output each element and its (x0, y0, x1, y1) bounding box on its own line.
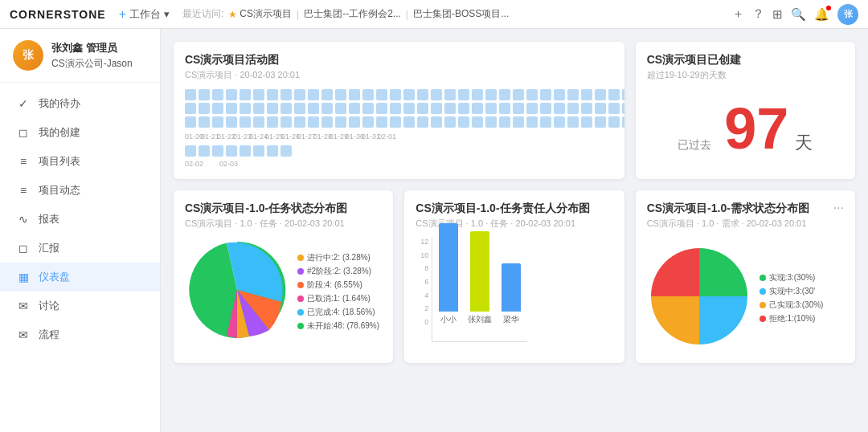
avatar[interactable]: 张 (837, 4, 858, 25)
heatmap-cell (240, 145, 251, 157)
heatmap-cell (595, 116, 606, 128)
sidebar-item-report[interactable]: ∿ 报表 (0, 205, 160, 234)
heatmap-cell (267, 145, 278, 157)
bar-lianghua (502, 263, 521, 312)
heatmap-cell (240, 89, 251, 100)
bar-xiaoxi (439, 223, 458, 312)
heatmap-cell (458, 116, 469, 128)
heatmap-cell (240, 103, 251, 114)
sidebar-item-project-activity[interactable]: ≡ 项目动态 (0, 176, 160, 205)
heatmap-cell (212, 145, 223, 157)
heatmap-cell (185, 145, 196, 157)
list-icon: ≡ (16, 155, 31, 168)
requirement-legend: 实现:3:(30%) 实现中:3:(30' 己实现:3:(30%) 拒绝:1:(… (760, 272, 824, 324)
heatmap-cell (212, 89, 223, 100)
heatmap-cell (444, 116, 456, 128)
heatmap-cell (321, 116, 333, 128)
heatmap-cell (376, 116, 387, 128)
bar-zhanglx (470, 231, 489, 312)
task-status-title: CS演示项目-1.0-任务状态分布图 (185, 202, 382, 216)
legend-item: 已完成:4: (18.56%) (297, 307, 379, 318)
heatmap-cell (567, 89, 579, 100)
recent-label: 最近访问: (182, 7, 223, 21)
heatmap-cell (499, 103, 510, 114)
sidebar-label-project-list: 项目列表 (39, 154, 80, 169)
bar-group-zhanglx: 张刘鑫 (468, 231, 492, 325)
heatmap-cell (267, 103, 278, 114)
heatmap-cell (362, 116, 374, 128)
heatmap-cell (622, 89, 624, 100)
activity-card-subtitle: CS演示项目 · 20-02-03 20:01 (185, 69, 613, 81)
heatmap-cell (472, 103, 483, 114)
sidebar-label-created: 我的创建 (39, 125, 80, 140)
heatmap-cell (185, 103, 196, 114)
bar-label-xiaoxi: 小小 (440, 314, 457, 325)
heatmap-cell (581, 89, 592, 100)
heatmap-cell (226, 145, 237, 157)
heatmap-cell (226, 89, 237, 100)
heatmap-cell (280, 116, 292, 128)
more-button[interactable]: ··· (833, 202, 844, 214)
heatmap-cell (485, 89, 497, 100)
heatmap-row-1 (185, 89, 613, 100)
recent-item-3-text: 巴士集团-BOSS项目... (413, 7, 509, 21)
heatmap-cell (280, 103, 292, 114)
add-icon[interactable]: ＋ (732, 6, 744, 22)
heatmap-cell (513, 116, 524, 128)
heatmap-cell (526, 116, 538, 128)
heatmap-cell (526, 89, 538, 100)
heatmap-cell (362, 103, 374, 114)
sidebar-item-created[interactable]: ◻ 我的创建 (0, 118, 160, 147)
legend-dot (297, 309, 304, 316)
heatmap-cell (458, 103, 469, 114)
activity-icon: ≡ (16, 184, 31, 197)
recent-item-3[interactable]: 巴士集团-BOSS项目... (413, 7, 509, 21)
heatmap-cell (403, 89, 415, 100)
star-icon: ★ (228, 9, 237, 20)
content-area: CS演示项目活动图 CS演示项目 · 20-02-03 20:01 (161, 29, 868, 432)
document-icon: ◻ (16, 126, 31, 139)
heatmap-cell (308, 89, 319, 100)
task-status-pie (185, 238, 289, 345)
recent-item-2[interactable]: 巴士集团--工作例会2... (304, 7, 401, 21)
recent-item-1[interactable]: ★ CS演示项目 (228, 7, 292, 21)
requirement-status-card: CS演示项目-1.0-需求状态分布图 CS演示项目 · 1.0 · 需求 · 2… (636, 190, 855, 363)
workbench-menu[interactable]: + 工作台 ▾ (119, 7, 170, 22)
user-info: 张刘鑫 管理员 CS演示公司-Jason (51, 41, 133, 71)
sidebar-item-todo[interactable]: ✓ 我的待办 (0, 89, 160, 118)
main-layout: 张 张刘鑫 管理员 CS演示公司-Jason ✓ 我的待办 ◻ 我的创建 ≡ 项… (0, 29, 868, 432)
sidebar-label-project-activity: 项目动态 (39, 183, 80, 198)
heatmap-cell (526, 103, 538, 114)
user-name: 张刘鑫 管理员 (51, 41, 133, 55)
heatmap-cell (226, 103, 237, 114)
heatmap-cell (622, 116, 624, 128)
sidebar-item-project-list[interactable]: ≡ 项目列表 (0, 147, 160, 176)
heatmap-cell (554, 89, 565, 100)
sidebar-item-dashboard[interactable]: ▦ 仪表盘 (0, 263, 160, 291)
logo: CORNERSTONE (10, 8, 106, 21)
heatmap-cell (280, 145, 292, 157)
requirement-status-subtitle: CS演示项目 · 1.0 · 需求 · 20-02-03 20:01 (647, 218, 809, 230)
workflow-icon: ✉ (16, 328, 31, 341)
heatmap-cell (472, 89, 483, 100)
search-icon[interactable]: 🔍 (791, 7, 806, 22)
heatmap-cell (431, 89, 442, 100)
help-icon[interactable]: ？ (752, 6, 764, 22)
creation-card-title: CS演示项目已创建 (647, 53, 741, 67)
legend-item: 进行中:2: (3.28%) (297, 252, 379, 263)
sidebar-item-workflow[interactable]: ✉ 流程 (0, 320, 160, 349)
sidebar-item-discussion[interactable]: ✉ 讨论 (0, 291, 160, 320)
heatmap-cell (499, 116, 510, 128)
heatmap-cell (595, 89, 606, 100)
heatmap-cell (567, 116, 579, 128)
bell-icon[interactable]: 🔔 (814, 7, 829, 22)
task-assignee-title: CS演示项目-1.0-任务责任人分布图 (416, 202, 612, 216)
legend-label: 实现:3:(30%) (769, 272, 816, 283)
heatmap-cell (581, 116, 592, 128)
heatmap-cell (226, 116, 237, 128)
sidebar-item-summary[interactable]: ◻ 汇报 (0, 234, 160, 263)
grid-icon[interactable]: ⊞ (772, 7, 783, 22)
heatmap-cell (608, 89, 620, 100)
sidebar-nav: ✓ 我的待办 ◻ 我的创建 ≡ 项目列表 ≡ 项目动态 ∿ 报表 ◻ 汇报 (0, 83, 160, 356)
requirement-status-chart: 实现:3:(30%) 实现中:3:(30' 己实现:3:(30%) 拒绝:1:(… (647, 244, 844, 352)
